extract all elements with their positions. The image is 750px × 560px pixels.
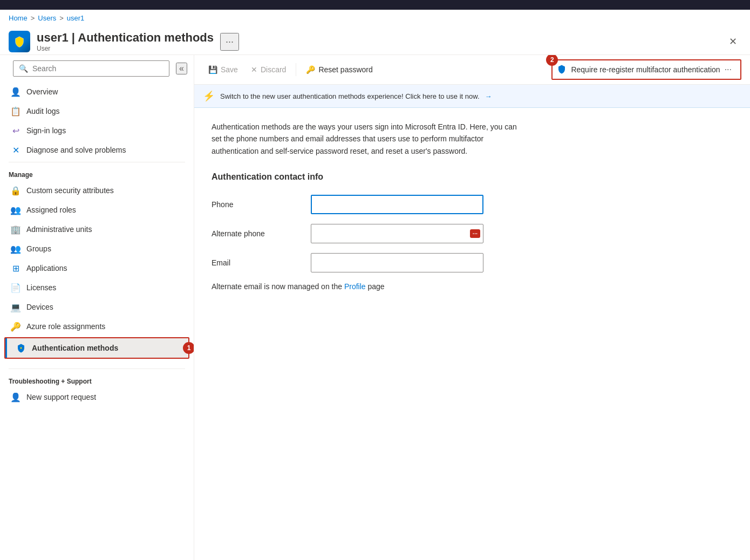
sidebar-label-devices: Devices <box>26 303 53 311</box>
phone-label: Phone <box>212 200 298 209</box>
page-title: user1 | Authentication methods <box>37 31 214 45</box>
breadcrumb: Home > Users > user1 <box>0 10 750 26</box>
banner-icon: ⚡ <box>203 90 215 102</box>
sidebar-item-audit-logs[interactable]: 📋 Audit logs <box>0 101 194 121</box>
profile-link[interactable]: Profile <box>344 282 366 291</box>
sidebar-label-groups: Groups <box>26 244 51 253</box>
sidebar-item-licenses[interactable]: 📄 Licenses <box>0 278 194 297</box>
main-content: 💾 Save ✕ Discard 🔑 Reset password <box>194 55 750 560</box>
page-header: user1 | Authentication methods User ··· … <box>0 26 750 55</box>
sidebar-label-azure-roles: Azure role assignments <box>26 322 105 331</box>
troubleshoot-section-header: Troubleshooting + Support <box>0 371 194 387</box>
search-input[interactable] <box>32 64 163 73</box>
sidebar-label-audit-logs: Audit logs <box>26 107 59 115</box>
save-button[interactable]: 💾 Save <box>203 62 243 77</box>
sidebar-item-devices[interactable]: 💻 Devices <box>0 297 194 317</box>
sidebar-item-groups[interactable]: 👥 Groups <box>0 239 194 258</box>
email-label: Email <box>212 258 298 267</box>
sidebar-item-new-support[interactable]: 👤 New support request <box>0 387 194 407</box>
sidebar-label-applications: Applications <box>26 264 67 272</box>
page-icon <box>9 31 30 52</box>
overview-icon: 👤 <box>10 86 21 97</box>
require-mfa-button[interactable]: Require re-register multifactor authenti… <box>571 65 720 74</box>
email-input[interactable] <box>311 253 483 272</box>
save-label: Save <box>221 65 238 74</box>
reset-password-label: Reset password <box>318 65 372 74</box>
content-area: Authentication methods are the ways your… <box>194 108 750 304</box>
auth-methods-icon <box>16 343 26 353</box>
phone-row: Phone <box>212 195 733 214</box>
alt-phone-badge: ··· <box>470 229 480 238</box>
new-support-icon: 👤 <box>10 392 21 402</box>
save-icon: 💾 <box>208 65 217 74</box>
alt-phone-input[interactable] <box>311 224 483 243</box>
sidebar-label-admin-units: Administrative units <box>26 225 92 234</box>
groups-icon: 👥 <box>10 243 21 254</box>
sidebar-item-azure-roles[interactable]: 🔑 Azure role assignments <box>0 317 194 336</box>
description-text: Authentication methods are the ways your… <box>212 121 524 157</box>
close-button[interactable]: ✕ <box>725 33 741 50</box>
alt-email-note: Alternate email is now managed on the Pr… <box>212 282 733 291</box>
sidebar-badge: 1 <box>183 342 194 354</box>
search-icon: 🔍 <box>19 64 28 73</box>
sign-in-logs-icon: ↩ <box>10 125 21 136</box>
page-subtitle: User <box>37 45 214 52</box>
section-title: Authentication contact info <box>212 172 733 182</box>
toolbar-right: Require re-register multifactor authenti… <box>551 59 741 80</box>
sidebar-item-overview[interactable]: 👤 Overview <box>0 82 194 101</box>
require-more-button[interactable]: ··· <box>720 63 736 77</box>
alt-phone-label: Alternate phone <box>212 229 298 238</box>
alt-phone-wrapper: ··· <box>311 224 483 243</box>
applications-icon: ⊞ <box>10 263 21 274</box>
discard-label: Discard <box>261 65 286 74</box>
sidebar-label-assigned-roles: Assigned roles <box>26 206 76 214</box>
breadcrumb-users[interactable]: Users <box>38 14 56 22</box>
custom-security-icon: 🔒 <box>10 185 21 196</box>
sidebar-label-diagnose: Diagnose and solve problems <box>26 146 126 154</box>
collapse-sidebar-button[interactable]: « <box>176 63 187 74</box>
sidebar-item-auth-methods[interactable]: Authentication methods <box>5 338 188 358</box>
sidebar-item-admin-units[interactable]: 🏢 Administrative units <box>0 220 194 239</box>
sidebar-item-custom-security[interactable]: 🔒 Custom security attributes <box>0 181 194 200</box>
sidebar-label-custom-security: Custom security attributes <box>26 186 114 195</box>
email-row: Email <box>212 253 733 272</box>
reset-password-button[interactable]: 🔑 Reset password <box>301 62 378 77</box>
discard-icon: ✕ <box>251 65 257 74</box>
banner-link[interactable]: → <box>485 92 492 100</box>
licenses-icon: 📄 <box>10 282 21 293</box>
azure-roles-icon: 🔑 <box>10 321 21 332</box>
alt-phone-row: Alternate phone ··· <box>212 224 733 243</box>
require-shield-icon <box>557 64 567 76</box>
header-more-button[interactable]: ··· <box>220 33 239 51</box>
sidebar-item-sign-in-logs[interactable]: ↩ Sign-in logs <box>0 121 194 140</box>
admin-units-icon: 🏢 <box>10 224 21 235</box>
diagnose-icon: ✕ <box>10 145 21 155</box>
audit-logs-icon: 📋 <box>10 106 21 117</box>
notification-banner: ⚡ Switch to the new user authentication … <box>194 85 750 108</box>
toolbar: 💾 Save ✕ Discard 🔑 Reset password <box>194 55 750 85</box>
banner-text: Switch to the new user authentication me… <box>220 92 480 100</box>
discard-button[interactable]: ✕ Discard <box>246 62 291 77</box>
phone-input[interactable] <box>311 195 483 214</box>
breadcrumb-user[interactable]: user1 <box>67 14 85 22</box>
sidebar-item-assigned-roles[interactable]: 👥 Assigned roles <box>0 200 194 220</box>
sidebar: 🔍 « 👤 Overview 📋 Audit logs ↩ Sign-in lo… <box>0 55 194 560</box>
sidebar-label-auth-methods: Authentication methods <box>32 344 118 352</box>
manage-section-header: Manage <box>0 165 194 181</box>
sidebar-label-new-support: New support request <box>26 393 96 401</box>
sidebar-label-licenses: Licenses <box>26 283 56 292</box>
sidebar-item-applications[interactable]: ⊞ Applications <box>0 258 194 278</box>
breadcrumb-home[interactable]: Home <box>9 14 28 22</box>
reset-password-icon: 🔑 <box>306 65 315 74</box>
sidebar-label-sign-in-logs: Sign-in logs <box>26 126 66 135</box>
assigned-roles-icon: 👥 <box>10 204 21 215</box>
toolbar-divider <box>296 63 296 76</box>
devices-icon: 💻 <box>10 302 21 312</box>
sidebar-label-overview: Overview <box>26 87 58 96</box>
search-box[interactable]: 🔍 <box>13 60 169 77</box>
sidebar-item-diagnose[interactable]: ✕ Diagnose and solve problems <box>0 140 194 160</box>
require-mfa-label: Require re-register multifactor authenti… <box>571 65 720 74</box>
svg-point-0 <box>21 347 22 349</box>
toolbar-badge: 2 <box>546 55 558 66</box>
